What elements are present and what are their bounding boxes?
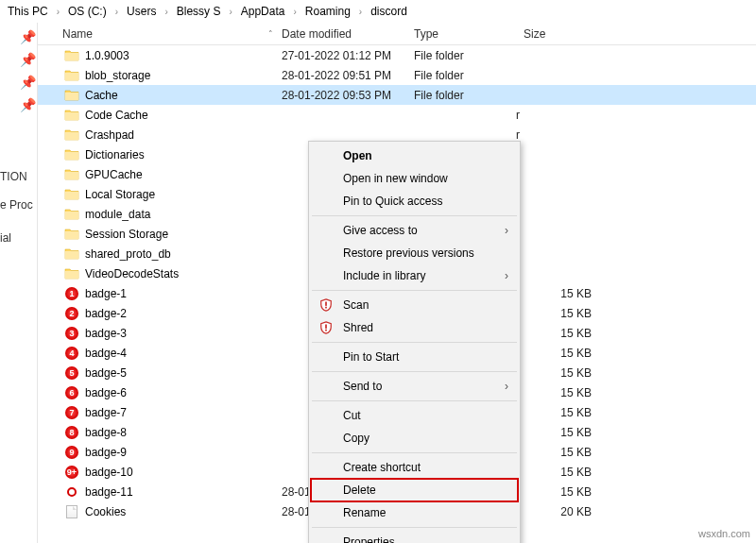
badge-icon: 7	[64, 405, 79, 420]
file-name: Dictionaries	[85, 148, 145, 161]
file-name: Session Storage	[85, 228, 168, 241]
breadcrumb-segment[interactable]: Users	[125, 5, 158, 18]
file-size: 15 KB	[524, 386, 599, 399]
menu-item-give-access-to[interactable]: Give access to›	[311, 219, 518, 242]
file-type: r	[414, 109, 524, 122]
pin-icon[interactable]: 📌	[24, 30, 37, 43]
file-name: Crashpad	[85, 128, 134, 142]
menu-item-open[interactable]: Open	[311, 144, 518, 167]
column-type[interactable]: Type	[414, 27, 524, 41]
pin-icon[interactable]: 📌	[24, 76, 37, 89]
folder-icon	[64, 266, 79, 281]
menu-item-cut[interactable]: Cut	[311, 404, 518, 427]
file-name: Cache	[85, 89, 118, 102]
chevron-right-icon: ›	[54, 7, 62, 17]
chevron-right-icon: ›	[505, 269, 508, 282]
file-icon	[64, 504, 79, 519]
menu-item-label: Pin to Quick access	[343, 195, 442, 208]
menu-item-scan[interactable]: Scan	[311, 294, 518, 316]
chevron-right-icon: ›	[505, 380, 508, 393]
menu-item-shred[interactable]: Shred	[311, 316, 518, 339]
folder-icon	[64, 227, 79, 242]
breadcrumb[interactable]: This PC›OS (C:)›Users›Blessy S›AppData›R…	[0, 0, 756, 23]
file-list-area: Name˄ Date modified Type Size 1.0.900327…	[38, 23, 756, 543]
folder-icon	[64, 88, 79, 103]
file-name: badge-5	[85, 366, 127, 380]
file-name: badge-9	[85, 446, 127, 459]
menu-item-label: Properties	[343, 535, 395, 543]
file-type: r	[414, 128, 524, 142]
file-name: shared_proto_db	[85, 247, 171, 261]
column-headers: Name˄ Date modified Type Size	[38, 23, 756, 45]
file-name: module_data	[85, 208, 150, 221]
menu-item-label: Copy	[343, 432, 369, 445]
table-row[interactable]: Code Cacher	[38, 105, 756, 125]
badge-icon: 3	[64, 326, 79, 341]
file-size: 15 KB	[524, 366, 599, 380]
column-name[interactable]: Name˄	[38, 27, 282, 41]
menu-item-create-shortcut[interactable]: Create shortcut	[311, 456, 518, 479]
nav-text-fragment: TION	[0, 170, 27, 183]
file-date: 27-01-2022 01:12 PM	[282, 49, 414, 62]
folder-icon	[64, 68, 79, 83]
badge-icon: 8	[64, 425, 79, 440]
breadcrumb-segment[interactable]: OS (C:)	[66, 5, 109, 18]
badge-icon: 1	[64, 286, 79, 301]
badge-icon: 9+	[64, 465, 79, 480]
nav-text-fragment: e Proc	[0, 198, 33, 212]
chevron-right-icon: ›	[226, 7, 234, 17]
folder-icon	[64, 167, 79, 182]
menu-item-pin-to-quick-access[interactable]: Pin to Quick access	[311, 190, 518, 212]
chevron-right-icon: ›	[162, 7, 170, 17]
pin-icon[interactable]: 📌	[24, 53, 37, 66]
menu-item-properties[interactable]: Properties	[311, 531, 518, 543]
badge-icon: 6	[64, 385, 79, 400]
menu-item-restore-previous-versions[interactable]: Restore previous versions	[311, 242, 518, 264]
folder-icon	[64, 127, 79, 143]
table-row[interactable]: blob_storage28-01-2022 09:51 PMFile fold…	[38, 65, 756, 85]
file-name: badge-2	[85, 307, 127, 320]
menu-item-open-in-new-window[interactable]: Open in new window	[311, 167, 518, 190]
file-type: File folder	[414, 49, 524, 62]
menu-item-rename[interactable]: Rename	[311, 501, 518, 524]
menu-item-delete[interactable]: Delete	[311, 479, 518, 501]
file-type: File folder	[414, 69, 524, 82]
file-name: VideoDecodeStats	[85, 267, 179, 280]
file-date: 28-01-2022 09:53 PM	[282, 89, 414, 102]
file-name: 1.0.9003	[85, 49, 129, 62]
file-size: 15 KB	[524, 287, 599, 300]
column-size[interactable]: Size	[524, 27, 599, 41]
file-name: badge-7	[85, 406, 127, 419]
menu-item-label: Rename	[343, 506, 386, 519]
badge-icon: 9	[64, 445, 79, 460]
breadcrumb-segment[interactable]: AppData	[239, 5, 287, 18]
file-size: 15 KB	[524, 327, 599, 340]
chevron-right-icon: ›	[356, 7, 365, 17]
file-name: GPUCache	[85, 168, 143, 181]
menu-separator	[312, 371, 517, 372]
menu-item-include-in-library[interactable]: Include in library›	[311, 264, 518, 287]
watermark: wsxdn.com	[698, 528, 750, 539]
pin-icon[interactable]: 📌	[24, 98, 37, 111]
menu-item-copy[interactable]: Copy	[311, 427, 518, 450]
menu-item-send-to[interactable]: Send to›	[311, 375, 518, 398]
folder-icon	[64, 246, 79, 262]
file-size: 15 KB	[524, 446, 599, 459]
file-name: badge-10	[85, 466, 133, 479]
menu-item-label: Scan	[343, 298, 369, 312]
menu-item-pin-to-start[interactable]: Pin to Start	[311, 346, 518, 368]
badge-icon: 4	[64, 346, 79, 361]
breadcrumb-segment[interactable]: This PC	[6, 5, 50, 18]
folder-icon	[64, 48, 79, 63]
table-row[interactable]: 1.0.900327-01-2022 01:12 PMFile folder	[38, 45, 756, 65]
menu-separator	[312, 215, 517, 216]
breadcrumb-segment[interactable]: discord	[369, 5, 409, 18]
column-date[interactable]: Date modified	[282, 27, 414, 41]
file-type: File folder	[414, 89, 524, 102]
menu-item-label: Pin to Start	[343, 350, 399, 364]
file-size: 15 KB	[524, 485, 599, 499]
menu-separator	[312, 342, 517, 343]
breadcrumb-segment[interactable]: Blessy S	[175, 5, 223, 18]
breadcrumb-segment[interactable]: Roaming	[303, 5, 352, 18]
table-row[interactable]: Cache28-01-2022 09:53 PMFile folder	[38, 85, 756, 105]
